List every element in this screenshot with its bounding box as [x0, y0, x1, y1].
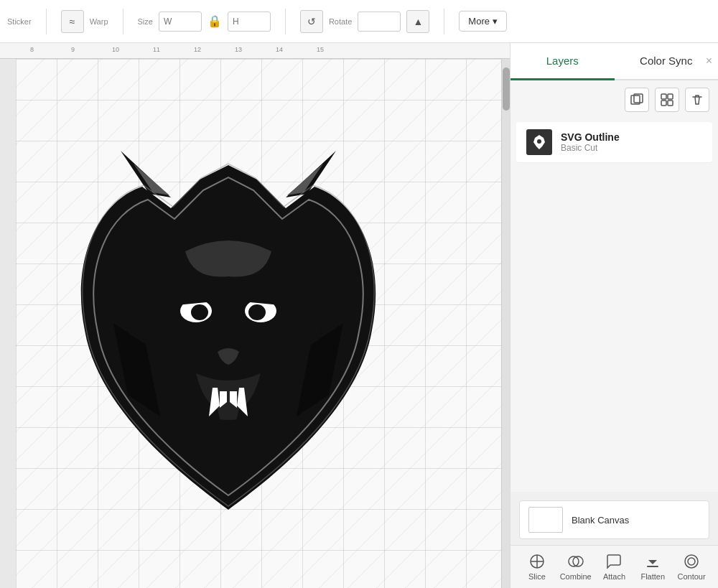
duplicate-button[interactable]: [625, 88, 649, 112]
svg-rect-7: [661, 94, 666, 99]
canvas-content: [56, 144, 401, 527]
ruler-tick: 13: [235, 46, 242, 53]
rotate-input[interactable]: [358, 11, 401, 32]
panel-bottom-toolbar: Slice Combine Attach Flat: [510, 545, 718, 588]
svg-point-19: [688, 558, 695, 565]
layer-item[interactable]: SVG Outline Basic Cut: [516, 122, 712, 163]
panel-close-icon[interactable]: ×: [706, 55, 712, 67]
width-input[interactable]: [159, 11, 202, 32]
tab-color-sync[interactable]: Color Sync: [615, 43, 719, 80]
ruler-tick: 12: [194, 46, 201, 53]
canvas-area[interactable]: 8 9 10 11 12 13 14 15: [0, 43, 510, 588]
group-icon: [661, 93, 673, 106]
main-area: 8 9 10 11 12 13 14 15: [0, 43, 718, 588]
svg-point-4: [248, 304, 266, 320]
blank-canvas-thumbnail: [528, 507, 563, 533]
warp-section: ≈ Warp: [61, 10, 108, 33]
ruler-horizontal: 8 9 10 11 12 13 14 15: [0, 43, 510, 59]
combine-icon: [567, 553, 584, 570]
rotate-icon[interactable]: ↺: [300, 10, 323, 33]
divider-1: [46, 9, 47, 34]
right-panel: Layers Color Sync ×: [510, 43, 718, 588]
vertical-scrollbar[interactable]: [501, 59, 510, 588]
warp-label: Warp: [90, 17, 108, 26]
height-input[interactable]: [228, 11, 271, 32]
group-button[interactable]: [655, 88, 679, 112]
wolf-svg: [56, 144, 401, 524]
ruler-tick: 15: [317, 46, 324, 53]
ruler-tick: 9: [71, 46, 75, 53]
canvas-grid[interactable]: [16, 59, 510, 588]
scrollbar-thumb[interactable]: [503, 67, 510, 111]
blank-canvas-label: Blank Canvas: [572, 515, 629, 526]
tab-layers[interactable]: Layers: [510, 43, 615, 80]
layer-thumbnail: [526, 129, 552, 155]
more-button[interactable]: More ▾: [459, 11, 507, 32]
divider-4: [444, 9, 444, 34]
contour-label: Contour: [678, 572, 706, 581]
slice-button[interactable]: Slice: [519, 553, 555, 581]
lock-icon[interactable]: 🔒: [208, 14, 222, 28]
size-label: Size: [138, 17, 153, 26]
rotate-up-btn[interactable]: ▲: [406, 10, 429, 33]
divider-2: [123, 9, 123, 34]
rotate-section: ↺ Rotate ▲: [300, 10, 429, 33]
ruler-tick: 14: [276, 46, 283, 53]
divider-3: [285, 9, 286, 34]
panel-spacer: [510, 166, 718, 492]
svg-rect-10: [668, 101, 673, 106]
svg-point-11: [537, 139, 541, 144]
warp-button[interactable]: ≈: [61, 10, 84, 33]
layer-info: SVG Outline Basic Cut: [561, 131, 702, 153]
svg-point-3: [191, 304, 208, 320]
delete-button[interactable]: [685, 88, 709, 112]
rotate-label: Rotate: [329, 17, 352, 26]
layer-thumb-icon: [531, 134, 548, 151]
delete-icon: [691, 93, 704, 106]
svg-rect-8: [668, 94, 673, 99]
top-toolbar: Sticker ≈ Warp Size 🔒 ↺ Rotate ▲ More ▾: [0, 0, 718, 43]
blank-canvas-area: Blank Canvas: [510, 492, 718, 545]
panel-tabs: Layers Color Sync ×: [510, 43, 718, 80]
more-chevron-icon: ▾: [493, 16, 498, 27]
layer-type: Basic Cut: [561, 143, 702, 153]
flatten-icon: [644, 553, 661, 570]
sticker-section: Sticker: [7, 17, 32, 26]
attach-icon: [605, 553, 623, 570]
slice-icon: [528, 553, 546, 570]
layer-name: SVG Outline: [561, 131, 702, 143]
ruler-tick: 10: [112, 46, 119, 53]
combine-label: Combine: [560, 572, 592, 581]
attach-button[interactable]: Attach: [596, 553, 632, 581]
svg-rect-9: [661, 101, 666, 106]
slice-label: Slice: [528, 572, 546, 581]
flatten-label: Flatten: [640, 572, 665, 581]
duplicate-icon: [630, 93, 643, 106]
size-section: Size 🔒: [138, 11, 271, 32]
contour-button[interactable]: Contour: [673, 553, 709, 581]
panel-toolbar: [510, 80, 718, 119]
svg-rect-17: [647, 566, 658, 567]
svg-point-18: [685, 555, 698, 568]
blank-canvas-item[interactable]: Blank Canvas: [519, 500, 709, 539]
ruler-tick: 11: [153, 46, 160, 53]
attach-label: Attach: [603, 572, 625, 581]
sticker-label: Sticker: [7, 17, 32, 26]
contour-icon: [683, 553, 700, 570]
more-label: More: [468, 16, 490, 27]
combine-button[interactable]: Combine: [558, 553, 594, 581]
ruler-tick: 8: [30, 46, 34, 53]
flatten-button[interactable]: Flatten: [635, 553, 671, 581]
